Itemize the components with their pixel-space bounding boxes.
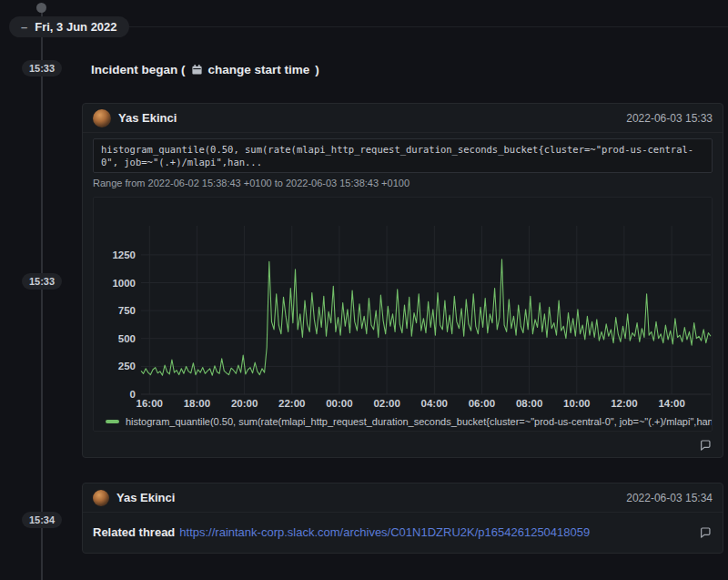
avatar (93, 109, 111, 127)
incident-began-row: Incident began ( change start time ) (91, 60, 319, 78)
incident-began-text: Incident began ( (91, 63, 186, 76)
svg-text:22:00: 22:00 (278, 398, 305, 409)
timeline-time-badge: 15:33 (22, 60, 62, 76)
timeseries-chart[interactable]: 16:0018:0020:0022:0000:0002:0004:0006:00… (94, 198, 713, 412)
svg-text:750: 750 (118, 305, 136, 316)
svg-text:1250: 1250 (112, 249, 136, 260)
chart-panel: 16:0018:0020:0022:0000:0002:0004:0006:00… (93, 197, 713, 432)
legend-item[interactable]: histogram_quantile(0.50, sum(rate(mlapi_… (94, 412, 712, 431)
calendar-icon (191, 64, 203, 76)
timeline-time-badge: 15:33 (22, 273, 62, 290)
date-divider (113, 26, 728, 27)
card-timestamp: 2022-06-03 15:33 (626, 112, 713, 125)
incident-began-text-close: ) (315, 63, 319, 76)
card-header: Yas Ekinci 2022-06-03 15:33 (83, 104, 723, 133)
author-name: Yas Ekinci (116, 491, 175, 504)
date-collapse-pill[interactable]: – Fri, 3 Jun 2022 (9, 16, 129, 37)
speech-bubble-icon (698, 438, 712, 452)
collapse-icon[interactable]: – (21, 21, 27, 33)
date-label: Fri, 3 Jun 2022 (35, 20, 116, 34)
svg-text:06:00: 06:00 (469, 398, 495, 409)
svg-text:20:00: 20:00 (231, 398, 258, 409)
comment-button[interactable] (696, 524, 713, 540)
svg-text:250: 250 (118, 361, 136, 371)
timeline-card-chart: Yas Ekinci 2022-06-03 15:33 histogram_qu… (82, 103, 723, 458)
author-name: Yas Ekinci (118, 111, 177, 125)
svg-text:16:00: 16:00 (136, 398, 163, 409)
change-start-time-button[interactable]: change start time (208, 63, 310, 76)
svg-text:14:00: 14:00 (658, 398, 684, 409)
card-header: Yas Ekinci 2022-06-03 15:34 (83, 483, 723, 513)
timeline-time-badge: 15:34 (22, 512, 62, 528)
legend-swatch (106, 420, 119, 423)
svg-text:04:00: 04:00 (421, 398, 448, 409)
timeline-rail (41, 11, 43, 580)
svg-text:00:00: 00:00 (326, 398, 352, 409)
svg-text:500: 500 (118, 333, 136, 344)
timeline-card-thread: Yas Ekinci 2022-06-03 15:34 Related thre… (82, 483, 723, 554)
svg-text:08:00: 08:00 (516, 398, 542, 409)
comment-button[interactable] (696, 436, 713, 453)
svg-text:12:00: 12:00 (611, 398, 637, 409)
promql-query-block[interactable]: histogram_quantile(0.50, sum(rate(mlapi_… (93, 138, 713, 173)
legend-label: histogram_quantile(0.50, sum(rate(mlapi_… (126, 416, 712, 427)
card-timestamp: 2022-06-03 15:34 (626, 492, 713, 504)
svg-text:18:00: 18:00 (184, 398, 210, 409)
svg-text:02:00: 02:00 (373, 398, 399, 409)
avatar (93, 490, 109, 506)
speech-bubble-icon (698, 525, 712, 539)
related-thread-label: Related thread (93, 525, 175, 539)
slack-thread-link[interactable]: https://raintank-corp.slack.com/archives… (179, 525, 590, 539)
svg-text:0: 0 (130, 389, 136, 400)
svg-text:10:00: 10:00 (563, 398, 590, 409)
svg-text:1000: 1000 (112, 278, 136, 289)
timeline-dot (36, 3, 46, 13)
time-range-text: Range from 2022-06-02 15:38:43 +0100 to … (93, 178, 713, 188)
